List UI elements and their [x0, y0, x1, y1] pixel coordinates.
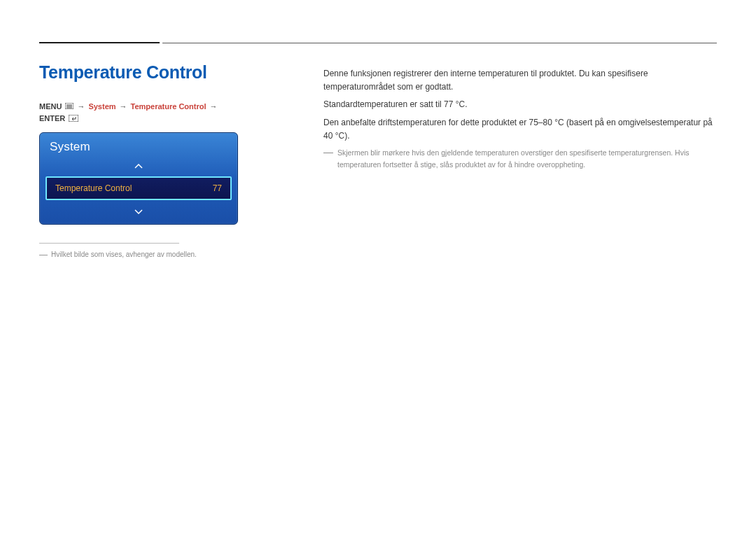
system-menu-panel: System Temperature Control 77: [39, 132, 238, 225]
chevron-up-icon: [134, 164, 144, 169]
footnote-separator: [39, 243, 179, 244]
top-rule-long: [162, 43, 717, 43]
page-title: Temperature Control: [39, 63, 242, 83]
menu-item-label: Temperature Control: [55, 183, 132, 193]
menu-scroll-down[interactable]: [40, 203, 237, 224]
menu-item-value: 77: [213, 183, 222, 193]
menu-item-temperature-control[interactable]: Temperature Control 77: [46, 176, 232, 200]
breadcrumb-arrow: →: [77, 102, 85, 111]
menu-scroll-up[interactable]: [40, 158, 237, 174]
chevron-down-icon: [134, 209, 144, 214]
breadcrumb-prefix: MENU: [39, 102, 62, 111]
right-note-text: Skjermen blir mørkere hvis den gjeldende…: [337, 147, 717, 171]
page: Temperature Control MENU → System → Temp…: [0, 0, 756, 259]
paragraph: Denne funksjonen registrerer den interne…: [323, 67, 717, 94]
top-rule-short: [39, 42, 160, 43]
right-note: ― Skjermen blir mørkere hvis den gjelden…: [323, 147, 717, 171]
enter-icon: [69, 115, 78, 122]
breadcrumb-item-temp-control: Temperature Control: [131, 102, 206, 111]
breadcrumb: MENU → System → Temperature Control → EN…: [39, 102, 242, 122]
right-column: Denne funksjonen registrerer den interne…: [323, 63, 717, 259]
dash-icon: ―: [39, 251, 48, 259]
menu-panel-header: System: [40, 133, 237, 158]
breadcrumb-item-system: System: [88, 102, 115, 111]
left-column: Temperature Control MENU → System → Temp…: [39, 63, 242, 259]
top-rule: [39, 42, 717, 43]
left-footnote: ― Hvilket bilde som vises, avhenger av m…: [39, 251, 242, 259]
paragraph: Standardtemperaturen er satt til 77 °C.: [323, 98, 717, 111]
svg-rect-4: [69, 115, 78, 122]
menu-icon: [65, 103, 74, 109]
breadcrumb-arrow: →: [120, 102, 127, 111]
breadcrumb-arrow: →: [210, 102, 218, 111]
breadcrumb-suffix: ENTER: [39, 114, 65, 122]
dash-icon: ―: [323, 147, 333, 171]
left-footnote-text: Hvilket bilde som vises, avhenger av mod…: [51, 251, 197, 258]
content: Temperature Control MENU → System → Temp…: [39, 63, 717, 259]
paragraph: Den anbefalte driftstemperaturen for det…: [323, 116, 717, 143]
